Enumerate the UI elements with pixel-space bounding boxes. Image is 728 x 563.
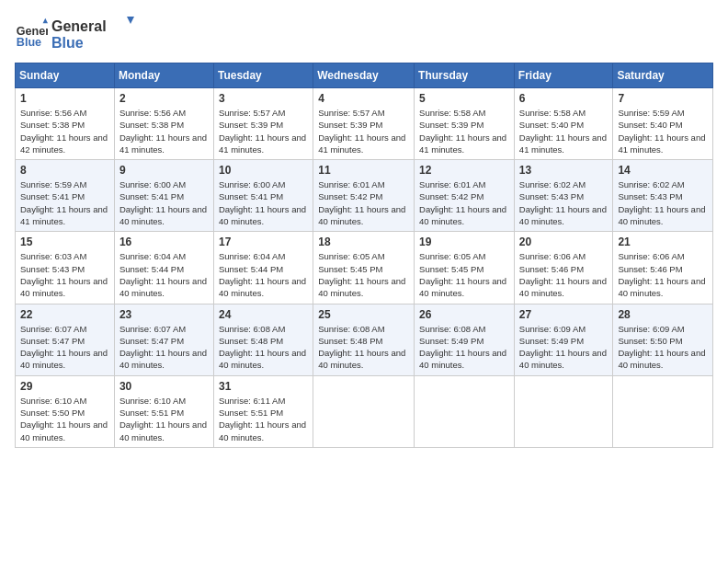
- calendar-week-5: 29Sunrise: 6:10 AM Sunset: 5:50 PM Dayli…: [16, 375, 713, 447]
- day-number: 10: [219, 164, 308, 177]
- logo: General Blue General Blue: [15, 15, 134, 52]
- day-info: Sunrise: 6:10 AM Sunset: 5:50 PM Dayligh…: [20, 395, 109, 443]
- day-info: Sunrise: 6:09 AM Sunset: 5:49 PM Dayligh…: [519, 323, 609, 372]
- day-info: Sunrise: 6:08 AM Sunset: 5:48 PM Dayligh…: [318, 323, 409, 372]
- weekday-header-wednesday: Wednesday: [313, 63, 415, 88]
- day-number: 13: [519, 164, 609, 177]
- day-number: 28: [618, 308, 708, 321]
- day-number: 20: [519, 236, 609, 248]
- calendar-cell: 20Sunrise: 6:06 AM Sunset: 5:46 PM Dayli…: [514, 232, 613, 304]
- svg-marker-2: [43, 18, 48, 23]
- weekday-header-tuesday: Tuesday: [213, 63, 313, 88]
- day-info: Sunrise: 5:56 AM Sunset: 5:38 PM Dayligh…: [119, 107, 209, 155]
- calendar-cell: 7Sunrise: 5:59 AM Sunset: 5:40 PM Daylig…: [613, 88, 713, 160]
- logo-text: General Blue: [51, 15, 134, 52]
- day-info: Sunrise: 5:58 AM Sunset: 5:39 PM Dayligh…: [419, 107, 509, 155]
- logo-icon: General Blue: [15, 17, 48, 50]
- page-header: General Blue General Blue: [15, 15, 713, 52]
- calendar-cell: 12Sunrise: 6:01 AM Sunset: 5:42 PM Dayli…: [415, 160, 515, 232]
- calendar-cell: [514, 375, 613, 447]
- day-info: Sunrise: 6:10 AM Sunset: 5:51 PM Dayligh…: [119, 395, 209, 443]
- calendar-cell: 5Sunrise: 5:58 AM Sunset: 5:39 PM Daylig…: [415, 88, 515, 160]
- day-info: Sunrise: 5:59 AM Sunset: 5:41 PM Dayligh…: [20, 178, 109, 227]
- calendar-cell: 14Sunrise: 6:02 AM Sunset: 5:43 PM Dayli…: [613, 160, 713, 232]
- day-number: 4: [318, 92, 409, 105]
- svg-text:Blue: Blue: [17, 36, 41, 49]
- calendar-cell: 19Sunrise: 6:05 AM Sunset: 5:45 PM Dayli…: [415, 232, 515, 304]
- calendar-cell: 10Sunrise: 6:00 AM Sunset: 5:41 PM Dayli…: [213, 160, 313, 232]
- day-info: Sunrise: 6:08 AM Sunset: 5:49 PM Dayligh…: [419, 323, 509, 372]
- day-info: Sunrise: 6:04 AM Sunset: 5:44 PM Dayligh…: [219, 250, 308, 299]
- day-info: Sunrise: 5:58 AM Sunset: 5:40 PM Dayligh…: [519, 107, 609, 155]
- calendar-cell: 29Sunrise: 6:10 AM Sunset: 5:50 PM Dayli…: [16, 375, 115, 447]
- day-info: Sunrise: 6:01 AM Sunset: 5:42 PM Dayligh…: [318, 178, 409, 227]
- day-number: 30: [119, 380, 209, 393]
- calendar-cell: 15Sunrise: 6:03 AM Sunset: 5:43 PM Dayli…: [16, 232, 115, 304]
- calendar-cell: [415, 375, 515, 447]
- calendar-cell: 28Sunrise: 6:09 AM Sunset: 5:50 PM Dayli…: [613, 304, 713, 375]
- svg-text:General: General: [51, 18, 107, 34]
- calendar-cell: 13Sunrise: 6:02 AM Sunset: 5:43 PM Dayli…: [514, 160, 613, 232]
- day-number: 31: [219, 380, 308, 393]
- day-number: 23: [119, 308, 209, 321]
- day-number: 21: [618, 236, 708, 248]
- day-number: 12: [419, 164, 509, 177]
- weekday-header-sunday: Sunday: [16, 63, 115, 88]
- calendar-cell: 9Sunrise: 6:00 AM Sunset: 5:41 PM Daylig…: [114, 160, 213, 232]
- calendar-week-4: 22Sunrise: 6:07 AM Sunset: 5:47 PM Dayli…: [16, 304, 713, 375]
- day-info: Sunrise: 6:07 AM Sunset: 5:47 PM Dayligh…: [20, 323, 109, 372]
- day-number: 3: [219, 92, 308, 105]
- calendar-cell: 1Sunrise: 5:56 AM Sunset: 5:38 PM Daylig…: [16, 88, 115, 160]
- day-info: Sunrise: 6:04 AM Sunset: 5:44 PM Dayligh…: [119, 250, 209, 299]
- day-info: Sunrise: 6:05 AM Sunset: 5:45 PM Dayligh…: [318, 250, 409, 299]
- day-info: Sunrise: 6:01 AM Sunset: 5:42 PM Dayligh…: [419, 178, 509, 227]
- day-number: 19: [419, 236, 509, 248]
- calendar-cell: 8Sunrise: 5:59 AM Sunset: 5:41 PM Daylig…: [16, 160, 115, 232]
- day-info: Sunrise: 6:02 AM Sunset: 5:43 PM Dayligh…: [519, 178, 609, 227]
- day-number: 6: [519, 92, 609, 105]
- day-info: Sunrise: 5:57 AM Sunset: 5:39 PM Dayligh…: [219, 107, 308, 155]
- calendar-week-1: 1Sunrise: 5:56 AM Sunset: 5:38 PM Daylig…: [16, 88, 713, 160]
- calendar-cell: 2Sunrise: 5:56 AM Sunset: 5:38 PM Daylig…: [114, 88, 213, 160]
- day-number: 18: [318, 236, 409, 248]
- day-info: Sunrise: 6:07 AM Sunset: 5:47 PM Dayligh…: [119, 323, 209, 372]
- calendar-cell: 6Sunrise: 5:58 AM Sunset: 5:40 PM Daylig…: [514, 88, 613, 160]
- calendar-cell: 17Sunrise: 6:04 AM Sunset: 5:44 PM Dayli…: [213, 232, 313, 304]
- svg-text:Blue: Blue: [51, 35, 84, 51]
- day-info: Sunrise: 6:06 AM Sunset: 5:46 PM Dayligh…: [519, 250, 609, 299]
- day-info: Sunrise: 5:56 AM Sunset: 5:38 PM Dayligh…: [20, 107, 109, 155]
- day-number: 14: [618, 164, 708, 177]
- day-number: 8: [20, 164, 109, 177]
- day-number: 25: [318, 308, 409, 321]
- day-number: 27: [519, 308, 609, 321]
- calendar-cell: [613, 375, 713, 447]
- day-info: Sunrise: 6:05 AM Sunset: 5:45 PM Dayligh…: [419, 250, 509, 299]
- day-number: 24: [219, 308, 308, 321]
- calendar-cell: 24Sunrise: 6:08 AM Sunset: 5:48 PM Dayli…: [213, 304, 313, 375]
- calendar-week-3: 15Sunrise: 6:03 AM Sunset: 5:43 PM Dayli…: [16, 232, 713, 304]
- day-number: 11: [318, 164, 409, 177]
- svg-marker-5: [127, 17, 134, 24]
- calendar-header-row: SundayMondayTuesdayWednesdayThursdayFrid…: [16, 63, 713, 88]
- calendar-cell: 23Sunrise: 6:07 AM Sunset: 5:47 PM Dayli…: [114, 304, 213, 375]
- day-info: Sunrise: 6:09 AM Sunset: 5:50 PM Dayligh…: [618, 323, 708, 372]
- calendar-cell: [313, 375, 415, 447]
- calendar-cell: 22Sunrise: 6:07 AM Sunset: 5:47 PM Dayli…: [16, 304, 115, 375]
- calendar-cell: 11Sunrise: 6:01 AM Sunset: 5:42 PM Dayli…: [313, 160, 415, 232]
- calendar-cell: 21Sunrise: 6:06 AM Sunset: 5:46 PM Dayli…: [613, 232, 713, 304]
- calendar-cell: 25Sunrise: 6:08 AM Sunset: 5:48 PM Dayli…: [313, 304, 415, 375]
- day-info: Sunrise: 6:00 AM Sunset: 5:41 PM Dayligh…: [119, 178, 209, 227]
- day-number: 22: [20, 308, 109, 321]
- day-number: 29: [20, 380, 109, 393]
- calendar-cell: 18Sunrise: 6:05 AM Sunset: 5:45 PM Dayli…: [313, 232, 415, 304]
- day-info: Sunrise: 6:08 AM Sunset: 5:48 PM Dayligh…: [219, 323, 308, 372]
- weekday-header-monday: Monday: [114, 63, 213, 88]
- calendar-cell: 31Sunrise: 6:11 AM Sunset: 5:51 PM Dayli…: [213, 375, 313, 447]
- day-number: 2: [119, 92, 209, 105]
- day-info: Sunrise: 5:59 AM Sunset: 5:40 PM Dayligh…: [618, 107, 708, 155]
- calendar-cell: 30Sunrise: 6:10 AM Sunset: 5:51 PM Dayli…: [114, 375, 213, 447]
- day-info: Sunrise: 6:06 AM Sunset: 5:46 PM Dayligh…: [618, 250, 708, 299]
- day-number: 26: [419, 308, 509, 321]
- day-number: 5: [419, 92, 509, 105]
- day-number: 16: [119, 236, 209, 248]
